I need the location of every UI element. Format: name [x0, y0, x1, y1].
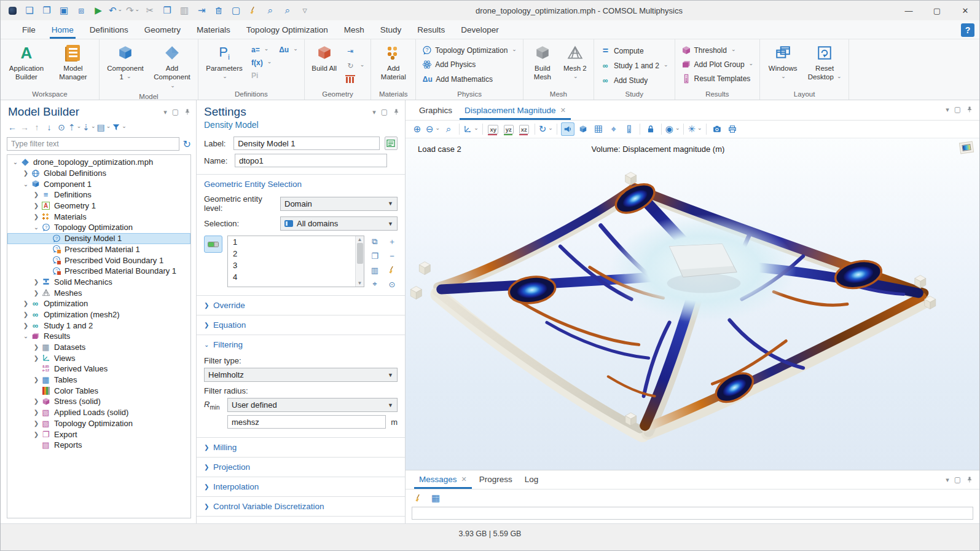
- add-physics-button[interactable]: Add Physics: [420, 58, 519, 71]
- show-selection-icon[interactable]: [561, 122, 574, 136]
- name-input[interactable]: [235, 154, 387, 167]
- view-xy-icon[interactable]: xy: [487, 122, 500, 136]
- panel-menu-icon[interactable]: [163, 108, 167, 116]
- paste-icon[interactable]: ▥: [176, 3, 192, 18]
- tree-item[interactable]: ❯▧Applied Loads (solid): [7, 407, 190, 418]
- tree-item[interactable]: ❯Materials: [7, 211, 190, 222]
- settings-pin-icon[interactable]: [393, 108, 400, 116]
- add-plot-group-button[interactable]: Add Plot Group: [679, 58, 756, 71]
- chevron-down-icon[interactable]: ⌄: [32, 224, 41, 231]
- lock-icon[interactable]: [644, 122, 657, 136]
- new-file-icon[interactable]: ❏: [22, 3, 37, 18]
- model-tree-node-text-icon[interactable]: ▤: [97, 121, 111, 133]
- tree-item[interactable]: Prescribed Void Boundary 1: [7, 255, 190, 266]
- panel-float-icon[interactable]: [172, 108, 179, 116]
- selection-select[interactable]: All domains: [280, 216, 398, 231]
- filter-icon[interactable]: [112, 121, 127, 133]
- tree-item[interactable]: ❯▧Topology Optimization: [7, 418, 190, 429]
- rmin-select[interactable]: User defined: [227, 398, 398, 412]
- wireframe-icon[interactable]: [592, 122, 605, 136]
- tree-item[interactable]: Density Model 1: [7, 233, 190, 244]
- copy-icon[interactable]: ❐: [159, 3, 175, 18]
- close-icon[interactable]: ✕: [951, 1, 979, 20]
- physics-interface-button[interactable]: Topology Optimization: [420, 44, 519, 57]
- mesh-button[interactable]: Mesh 2: [560, 42, 590, 84]
- filter-radius-input[interactable]: [227, 415, 386, 429]
- chevron-right-icon[interactable]: ❯: [32, 398, 41, 405]
- graphics-menu-icon[interactable]: [946, 106, 949, 114]
- section-control-variable-initial-value[interactable]: ❯Control Variable Initial Value: [197, 517, 405, 523]
- menu-item-study[interactable]: Study: [372, 22, 410, 39]
- tab-log[interactable]: Log: [519, 470, 545, 489]
- tree-item[interactable]: ⌄Results: [7, 331, 190, 342]
- rotate-icon[interactable]: ↻: [539, 122, 553, 136]
- print-icon[interactable]: [726, 122, 739, 136]
- scroll-down-icon[interactable]: ▼: [358, 280, 363, 286]
- panel-pin-icon[interactable]: [184, 108, 191, 116]
- copy-selection-icon[interactable]: ❐: [369, 251, 380, 261]
- move-up-icon[interactable]: ↑: [31, 121, 42, 133]
- chevron-right-icon[interactable]: ❯: [32, 409, 41, 416]
- selection-scrollbar[interactable]: ▲ ▼: [355, 236, 364, 287]
- help-button[interactable]: ?: [961, 23, 974, 37]
- tree-item[interactable]: Prescribed Material 1: [7, 244, 190, 255]
- chevron-right-icon[interactable]: ❯: [22, 170, 30, 176]
- move-down-icon[interactable]: ↓: [44, 121, 55, 133]
- table-message-icon[interactable]: ▦: [429, 491, 442, 505]
- maximize-icon[interactable]: ▢: [923, 1, 951, 20]
- domain-list-item[interactable]: 4: [233, 272, 354, 284]
- tab-close-icon[interactable]: ✕: [560, 106, 566, 114]
- active-toggle-button[interactable]: [204, 236, 222, 253]
- build-mesh-button[interactable]: Build Mesh: [527, 42, 558, 84]
- menu-item-definitions[interactable]: Definitions: [82, 22, 136, 39]
- result-templates-button[interactable]: Result Templates: [679, 73, 756, 85]
- snapshot-icon[interactable]: [710, 122, 724, 136]
- settings-float-icon[interactable]: [381, 108, 388, 116]
- menu-item-topology-optimization[interactable]: Topology Optimization: [238, 22, 336, 39]
- menu-item-file[interactable]: File: [14, 22, 44, 39]
- label-list-button[interactable]: [385, 137, 398, 150]
- import-geometry-button[interactable]: ⇥: [343, 44, 367, 57]
- scroll-up-icon[interactable]: ▲: [358, 237, 363, 242]
- chevron-down-icon[interactable]: ⌄: [11, 159, 20, 165]
- zoom-in-icon[interactable]: ⊕: [410, 122, 424, 136]
- tree-item[interactable]: ❯Solid Mechanics: [7, 277, 190, 288]
- tree-item[interactable]: ⌄drone_topology_optimization.mph: [7, 157, 190, 168]
- tab-progress[interactable]: Progress: [473, 470, 519, 489]
- add-study-button[interactable]: ∞Add Study: [598, 74, 671, 87]
- create-selection-icon[interactable]: ⧉: [369, 237, 380, 247]
- label-input[interactable]: [233, 137, 380, 150]
- menu-item-mesh[interactable]: Mesh: [336, 22, 372, 39]
- refresh-icon[interactable]: ↻: [183, 138, 191, 150]
- zoom-box-icon[interactable]: ⌕: [442, 122, 455, 136]
- chevron-right-icon[interactable]: ❯: [32, 191, 41, 198]
- entity-level-select[interactable]: Domain: [280, 197, 398, 211]
- tree-item[interactable]: ❯Stress (solid): [7, 396, 190, 407]
- zoom-to-selection-icon[interactable]: ⌖: [369, 279, 380, 289]
- menu-item-geometry[interactable]: Geometry: [136, 22, 189, 39]
- undo-icon[interactable]: ↶: [108, 3, 123, 18]
- open-file-icon[interactable]: ❐: [39, 3, 55, 18]
- view-yz-icon[interactable]: yz: [502, 122, 515, 136]
- run-icon[interactable]: ▶: [90, 3, 106, 18]
- section-control-variable-discretization[interactable]: ❯Control Variable Discretization: [197, 497, 405, 515]
- tree-item[interactable]: Prescribed Material Boundary 1: [7, 266, 190, 277]
- remove-details-button[interactable]: [343, 74, 367, 85]
- forward-icon[interactable]: →: [19, 121, 30, 133]
- add-material-button[interactable]: Add Material: [375, 42, 412, 84]
- tree-item[interactable]: ▤Reports: [7, 440, 190, 451]
- component-button[interactable]: Component 1: [103, 42, 147, 84]
- delete-icon[interactable]: [211, 3, 227, 18]
- tab-graphics[interactable]: Graphics: [413, 101, 458, 120]
- filter-input[interactable]: [7, 137, 179, 151]
- chevron-right-icon[interactable]: ❯: [32, 213, 41, 220]
- study-button[interactable]: ∞Study 1 and 2: [598, 59, 671, 72]
- clear-selection-icon[interactable]: [386, 265, 398, 275]
- tree-item[interactable]: ❯AGeometry 1: [7, 200, 190, 212]
- section-filtering[interactable]: ⌄Filtering: [197, 335, 405, 353]
- windows-button[interactable]: Windows: [764, 42, 802, 84]
- build-all-button[interactable]: Build All: [308, 42, 340, 74]
- section-override[interactable]: ❯Override: [197, 296, 405, 314]
- chevron-right-icon[interactable]: ❯: [22, 311, 30, 318]
- messages-output[interactable]: [412, 507, 973, 520]
